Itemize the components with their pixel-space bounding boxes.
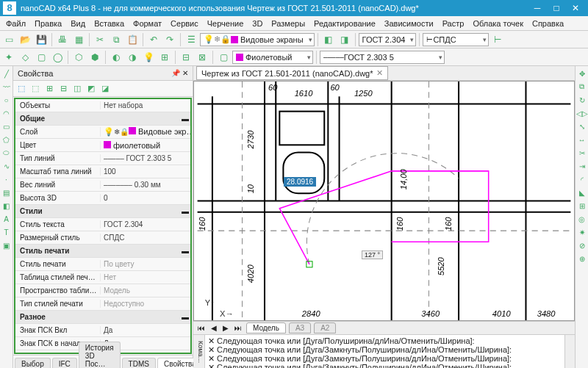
- prop-dstyle-val[interactable]: СПДС: [100, 234, 190, 242]
- t2-i-icon[interactable]: 💡: [141, 50, 156, 65]
- command-log[interactable]: ✕ Следующая точка или [Дуга/Полуширина/д…: [205, 335, 564, 368]
- redo-icon[interactable]: ↷: [162, 32, 177, 47]
- rt-break-icon[interactable]: ⊘: [576, 239, 588, 251]
- tab-tdms[interactable]: TDMS: [122, 358, 156, 368]
- t2-k-icon[interactable]: ⊟: [179, 50, 193, 65]
- t2-b-icon[interactable]: ◇: [18, 50, 32, 65]
- pi-4-icon[interactable]: ⊟: [57, 82, 70, 95]
- drawing-canvas[interactable]: 16101250 6060 2730 10 14,00 160 160 160 …: [193, 81, 575, 321]
- color-combo[interactable]: Фиолетовый: [232, 51, 313, 64]
- sec-styles[interactable]: Стили: [15, 207, 180, 215]
- menu-raster[interactable]: Растр: [438, 18, 469, 29]
- linetype-combo[interactable]: ––––– ГОСТ 2.303 5: [320, 51, 445, 64]
- menu-edit[interactable]: Правка: [30, 18, 66, 29]
- rt-scale-icon[interactable]: ⤡: [576, 120, 588, 132]
- menu-modify[interactable]: Редактирование: [309, 18, 380, 29]
- open-icon[interactable]: 📂: [18, 32, 32, 47]
- a2-tab[interactable]: А2: [314, 322, 336, 333]
- sec-plot[interactable]: Стиль печати: [15, 247, 180, 255]
- menu-service[interactable]: Сервис: [166, 18, 203, 29]
- t2-g-icon[interactable]: ◐: [109, 50, 123, 65]
- textstyle-combo[interactable]: ГОСТ 2.304: [359, 33, 417, 46]
- prop-ucs1-val[interactable]: Да: [100, 326, 190, 334]
- t2-d-icon[interactable]: ◯: [50, 50, 65, 65]
- copy-icon[interactable]: ⧉: [109, 32, 123, 47]
- rt-array-icon[interactable]: ⊞: [576, 200, 588, 212]
- menu-pointclouds[interactable]: Облака точек: [468, 18, 528, 29]
- a3-tab[interactable]: А3: [289, 322, 311, 333]
- plot-icon[interactable]: ▦: [71, 32, 86, 47]
- prop-lscale-val[interactable]: 100: [100, 167, 190, 176]
- viewport-combo[interactable]: 💡❄🔒Видовые экраны: [200, 33, 315, 46]
- menu-3d[interactable]: 3D: [248, 18, 267, 29]
- prop-height-val[interactable]: 0: [100, 194, 190, 202]
- t2-h-icon[interactable]: ◑: [125, 50, 140, 65]
- command-scrollbar[interactable]: [564, 335, 575, 368]
- lt-mtext-icon[interactable]: T: [1, 226, 12, 238]
- menu-format[interactable]: Формат: [129, 18, 166, 29]
- lt-line-icon[interactable]: ╱: [1, 68, 12, 79]
- tab-history[interactable]: История 3D Пос…: [79, 342, 121, 368]
- t2-j-icon[interactable]: ⊞: [157, 50, 172, 65]
- rt-explode-icon[interactable]: ✷: [576, 226, 588, 238]
- tabnav-prev-icon[interactable]: ◀: [209, 324, 218, 332]
- menu-constraints[interactable]: Зависимости: [380, 18, 438, 29]
- cut-icon[interactable]: ✂: [93, 32, 107, 47]
- prop-ptype-val[interactable]: Недоступно: [100, 300, 190, 308]
- close-button[interactable]: ✕: [566, 1, 585, 15]
- rt-trim-icon[interactable]: ✂: [576, 147, 588, 159]
- save-icon[interactable]: 💾: [34, 32, 49, 47]
- collapse-icon[interactable]: ▬: [180, 247, 190, 255]
- menu-insert[interactable]: Вставка: [90, 18, 129, 29]
- sec-misc[interactable]: Разное: [15, 313, 180, 321]
- tool-b-icon[interactable]: ◨: [337, 32, 352, 47]
- color-swatch-icon[interactable]: ▢: [216, 50, 231, 65]
- menu-dimensions[interactable]: Размеры: [267, 18, 309, 29]
- tool-a-icon[interactable]: ◧: [321, 32, 336, 47]
- document-tab[interactable]: Чертеж из ГОСТ 21.501-2011 (nanoCAD).dwg…: [196, 66, 388, 80]
- sec-general[interactable]: Общие: [15, 115, 180, 123]
- t2-a-icon[interactable]: ✦: [1, 50, 16, 65]
- pi-2-icon[interactable]: ⬚: [29, 82, 42, 95]
- t2-c-icon[interactable]: ▢: [34, 50, 49, 65]
- print-icon[interactable]: 🖶: [55, 32, 70, 47]
- t2-e-icon[interactable]: ⬡: [71, 50, 86, 65]
- close-tab-icon[interactable]: ✕: [376, 68, 383, 78]
- lt-circle-icon[interactable]: ○: [1, 94, 12, 106]
- menu-view[interactable]: Вид: [66, 18, 90, 29]
- rt-chamfer-icon[interactable]: ◣: [576, 187, 588, 198]
- prop-pstyle-val[interactable]: По цвету: [100, 260, 190, 268]
- lt-point-icon[interactable]: ·: [1, 173, 12, 185]
- lt-rect-icon[interactable]: ▭: [1, 120, 12, 132]
- menu-file[interactable]: Файл: [1, 18, 30, 29]
- collapse-icon[interactable]: ▬: [180, 313, 190, 321]
- rt-move-icon[interactable]: ✥: [576, 68, 588, 79]
- rt-offset-icon[interactable]: ◎: [576, 213, 588, 225]
- pi-7-icon[interactable]: ◪: [98, 82, 112, 95]
- prop-tstyle-val[interactable]: ГОСТ 2.304: [100, 220, 190, 228]
- prop-ltype-val[interactable]: ––––– ГОСТ 2.303 5: [100, 154, 190, 162]
- tabnav-next-icon[interactable]: ▶: [221, 324, 230, 332]
- tabnav-first-icon[interactable]: ⏮: [196, 324, 207, 332]
- lt-spline-icon[interactable]: ∿: [1, 160, 12, 172]
- dim-icon[interactable]: ⊢: [490, 32, 505, 47]
- rt-extend-icon[interactable]: ⇥: [576, 160, 588, 172]
- rt-stretch-icon[interactable]: ↔: [576, 134, 588, 145]
- rt-mirror-icon[interactable]: ◁▷: [576, 107, 588, 119]
- prop-lweight-val[interactable]: ––––––– 0.30 мм: [100, 181, 190, 189]
- t2-f-icon[interactable]: ⬢: [87, 50, 102, 65]
- pi-1-icon[interactable]: ⬚: [15, 82, 28, 95]
- model-tab[interactable]: Модель: [246, 322, 286, 333]
- tabnav-last-icon[interactable]: ⏭: [233, 324, 243, 332]
- pin-icon[interactable]: 📌 ✕: [171, 69, 188, 77]
- pi-6-icon[interactable]: ◩: [85, 82, 98, 95]
- rt-rotate-icon[interactable]: ↻: [576, 94, 588, 106]
- undo-icon[interactable]: ↶: [146, 32, 161, 47]
- collapse-icon[interactable]: ▬: [180, 207, 190, 215]
- pi-3-icon[interactable]: ⊞: [43, 82, 56, 95]
- maximize-button[interactable]: □: [547, 1, 566, 15]
- rt-fillet-icon[interactable]: ◜: [576, 173, 588, 185]
- paste-icon[interactable]: 📋: [125, 32, 140, 47]
- prop-color-val[interactable]: фиолетовый: [100, 141, 190, 150]
- lt-poly-icon[interactable]: ⬠: [1, 134, 12, 145]
